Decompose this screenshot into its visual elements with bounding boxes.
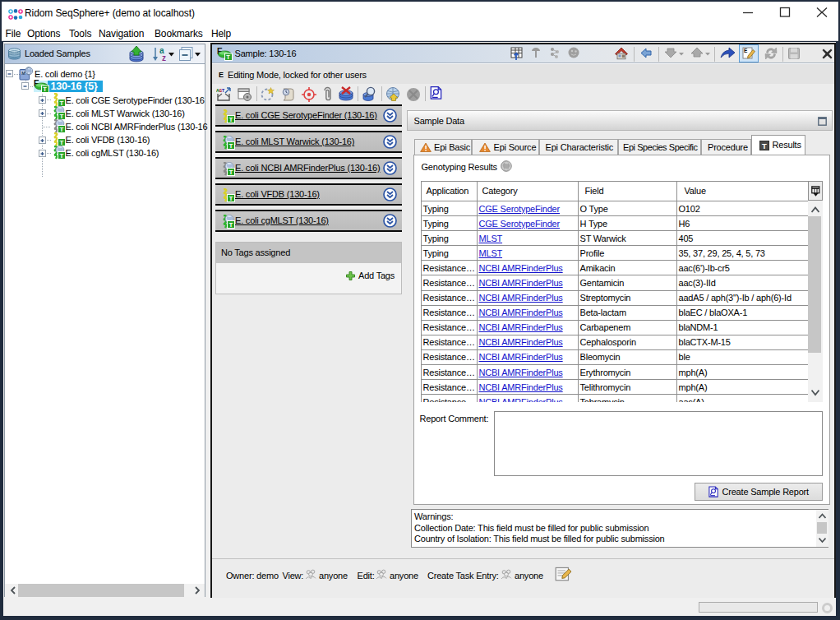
svg-text:AGT: AGT <box>216 88 225 94</box>
svg-text:T: T <box>43 86 47 93</box>
svg-text:z: z <box>162 53 166 62</box>
svg-text:T: T <box>226 53 230 61</box>
svg-text:T: T <box>762 141 767 150</box>
